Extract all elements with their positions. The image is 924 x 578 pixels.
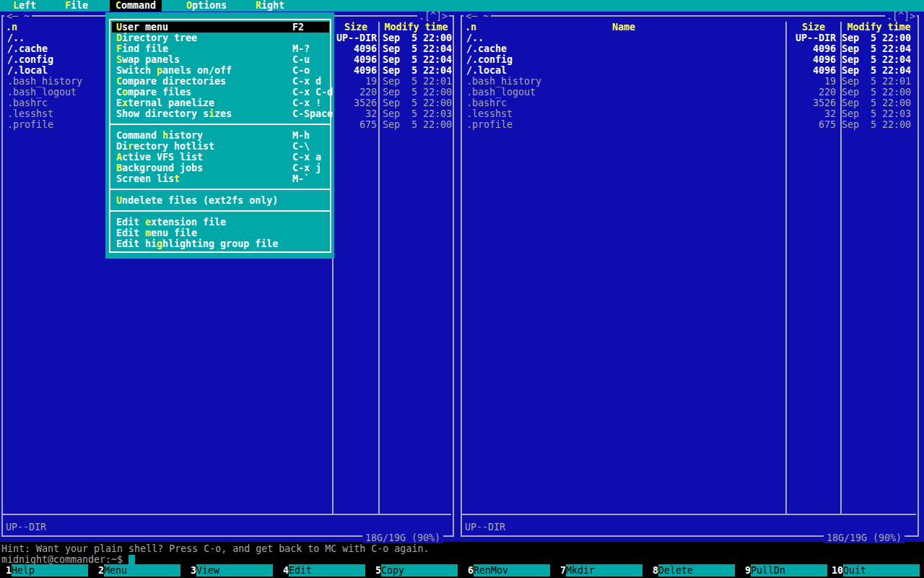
file-size: 220 bbox=[772, 87, 836, 98]
history-back-arrow[interactable]: <─ bbox=[6, 11, 18, 22]
file-size: 32 bbox=[772, 108, 836, 119]
menubar-item-label: ight bbox=[261, 0, 284, 11]
hotkey-letter: F bbox=[65, 0, 71, 11]
fkey-button-menu[interactable]: 2Menu bbox=[92, 564, 180, 577]
file-name: /.local bbox=[466, 65, 507, 76]
menubar-item-label: ptions bbox=[192, 0, 227, 11]
menu-item-label: Screen list bbox=[116, 173, 180, 184]
label-post: ind file bbox=[122, 43, 168, 54]
label-post: ser menu bbox=[122, 22, 168, 33]
label-post: ackground jobs bbox=[122, 163, 203, 173]
file-row[interactable]: .profile675Sep 5 22:00 bbox=[462, 119, 910, 130]
menubar-item-right[interactable]: Right bbox=[250, 0, 290, 12]
fkey-number: 5 bbox=[370, 564, 381, 577]
file-row[interactable]: /.config4096Sep 5 22:04 bbox=[462, 54, 910, 65]
column-header-mtime[interactable]: Modify time bbox=[842, 22, 916, 33]
hotkey-letter: A bbox=[116, 152, 122, 163]
menu-item[interactable]: Find fileM-? bbox=[112, 43, 329, 54]
file-row[interactable]: .bash_logout220Sep 5 22:00 bbox=[462, 87, 910, 98]
fkey-number: 9 bbox=[739, 564, 751, 577]
fkey-button-pulldn[interactable]: 9PullDn bbox=[739, 564, 827, 577]
label-post: ternal panelize bbox=[128, 98, 214, 108]
menu-item-label: Compare directories bbox=[116, 76, 226, 87]
file-name: .bash_logout bbox=[7, 87, 77, 98]
menu-item[interactable]: Directory tree bbox=[112, 33, 329, 43]
hotkey-letter: m bbox=[145, 228, 151, 238]
menu-item-label: Active VFS list bbox=[116, 152, 203, 163]
column-header-size[interactable]: Size bbox=[787, 22, 840, 33]
fkey-button-edit[interactable]: 4Edit bbox=[277, 564, 365, 577]
fkey-button-delete[interactable]: 8Delete bbox=[647, 564, 735, 577]
menu-item[interactable]: External panelizeC-x ! bbox=[112, 98, 329, 108]
label-pre: Di bbox=[116, 141, 128, 152]
menubar-item-file[interactable]: File bbox=[59, 0, 94, 12]
panel-path-label: ~ bbox=[24, 11, 30, 22]
menu-item[interactable]: Show directory sizesC-Space bbox=[112, 108, 329, 119]
menu-item[interactable]: Edit extension file bbox=[112, 217, 329, 228]
menu-item[interactable]: Edit menu file bbox=[112, 228, 329, 238]
fkey-label: Copy bbox=[381, 564, 458, 577]
menubar-item-left[interactable]: Left bbox=[7, 0, 42, 12]
menu-item[interactable]: Active VFS listC-x a bbox=[112, 152, 329, 163]
fkey-number: 6 bbox=[462, 564, 474, 577]
menu-item[interactable]: Swap panelsC-u bbox=[112, 54, 329, 65]
fkey-button-help[interactable]: 1Help bbox=[0, 564, 88, 577]
history-back-arrow[interactable]: <─ bbox=[466, 11, 477, 22]
menu-item[interactable]: User menuF2 bbox=[112, 22, 329, 33]
panel-path[interactable]: <─~ bbox=[4, 11, 32, 22]
fkey-button-copy[interactable]: 5Copy bbox=[370, 564, 458, 577]
file-mtime: Sep 5 22:04 bbox=[842, 54, 911, 65]
panel-corner-controls[interactable]: .[^]> bbox=[885, 11, 917, 22]
column-header-size[interactable]: Size bbox=[334, 22, 378, 33]
file-row[interactable]: /.local4096Sep 5 22:04 bbox=[462, 65, 910, 76]
menu-item-shortcut: C-u bbox=[292, 54, 310, 65]
menu-item[interactable]: Compare directoriesC-x d bbox=[112, 76, 329, 87]
menu-item[interactable]: Undelete files (ext2fs only) bbox=[112, 195, 329, 206]
hotkey-letter: o bbox=[122, 87, 128, 98]
shell-prompt[interactable]: midnight@commander:~$ bbox=[1, 554, 135, 565]
file-mtime: Sep 5 22:04 bbox=[842, 43, 911, 54]
file-size: UP--DIR bbox=[772, 33, 836, 43]
menu-item[interactable]: Directory hotlistC-\ bbox=[112, 141, 329, 152]
file-name: .bashrc bbox=[7, 98, 48, 108]
menu-item[interactable]: Screen listM-` bbox=[112, 173, 329, 184]
fkey-button-renmov[interactable]: 6RenMov bbox=[462, 564, 550, 577]
menubar-item-options[interactable]: Options bbox=[180, 0, 232, 12]
label-pre: Edit bbox=[116, 228, 145, 238]
file-mtime: Sep 5 22:00 bbox=[842, 87, 911, 98]
hotkey-letter: U bbox=[116, 195, 122, 206]
menubar-item-label: ommand bbox=[121, 0, 156, 11]
menu-item-label: Edit extension file bbox=[116, 217, 226, 228]
file-row[interactable]: .lesshst32Sep 5 22:03 bbox=[462, 108, 910, 119]
label-pre: Edit bbox=[116, 217, 145, 228]
file-row[interactable]: .bashrc3526Sep 5 22:00 bbox=[462, 98, 910, 108]
fkey-button-quit[interactable]: 10Quit bbox=[832, 564, 920, 577]
panel-corner-controls[interactable]: .[^]> bbox=[417, 11, 449, 22]
fkey-button-view[interactable]: 3View bbox=[185, 564, 273, 577]
label-post: wap panels bbox=[122, 54, 180, 65]
column-header-name[interactable]: Name bbox=[462, 22, 785, 33]
menu-item[interactable]: Background jobsC-x j bbox=[112, 163, 329, 173]
panel-path[interactable]: <─~ bbox=[463, 11, 491, 22]
menu-item[interactable]: Compare filesC-x C-d bbox=[112, 87, 329, 98]
menubar-item-command[interactable]: Command bbox=[110, 0, 162, 12]
label-post: hlighting group file bbox=[162, 238, 278, 249]
file-name: /.local bbox=[7, 65, 48, 76]
fkey-button-mkdir[interactable]: 7Mkdir bbox=[554, 564, 642, 577]
menu-item-label: External panelize bbox=[116, 98, 214, 108]
file-name: .profile bbox=[466, 119, 513, 130]
file-size: 4096 bbox=[772, 65, 836, 76]
menu-item[interactable]: Command historyM-h bbox=[112, 130, 329, 141]
file-row[interactable]: /..UP--DIRSep 5 22:00 bbox=[462, 33, 910, 43]
column-header-mtime[interactable]: Modify time bbox=[380, 22, 453, 33]
disk-usage: 18G/19G (90%) bbox=[362, 532, 443, 543]
file-row[interactable]: .bash_history19Sep 5 22:01 bbox=[462, 76, 910, 87]
menu-item[interactable]: Switch panels on/offC-o bbox=[112, 65, 329, 76]
fkey-number: 2 bbox=[92, 564, 104, 577]
fkey-label: RenMov bbox=[474, 564, 550, 577]
menu-item[interactable]: Edit highlighting group file bbox=[112, 238, 329, 249]
file-row[interactable]: /.cache4096Sep 5 22:04 bbox=[462, 43, 910, 54]
file-size: 4096 bbox=[772, 54, 836, 65]
hotkey-letter: S bbox=[116, 54, 122, 65]
menu-item-label: Command history bbox=[116, 130, 203, 141]
